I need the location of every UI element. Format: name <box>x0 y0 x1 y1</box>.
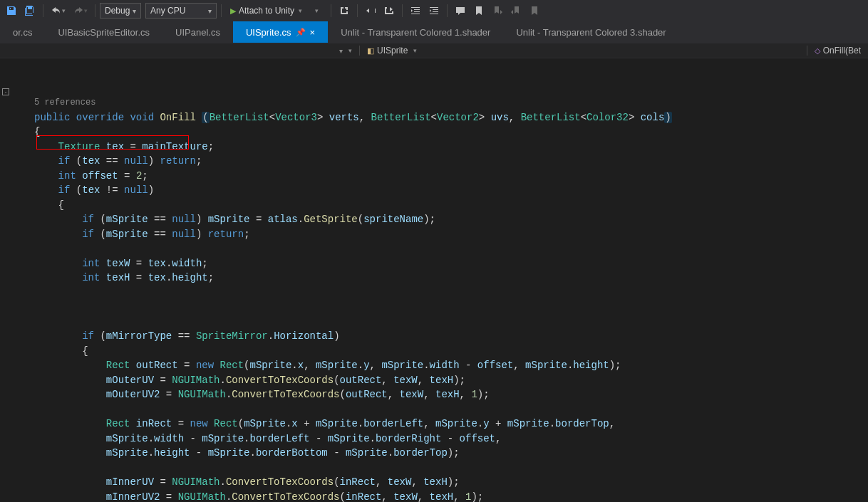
nav-back-icon[interactable] <box>362 2 379 19</box>
bookmark-icon[interactable] <box>470 2 487 19</box>
bookmark-prev-icon[interactable] <box>507 2 525 19</box>
collapse-icon[interactable]: - <box>2 88 9 95</box>
method-icon: ◇ <box>815 46 820 56</box>
config-select[interactable]: Debug <box>100 3 141 19</box>
comment-icon[interactable] <box>452 2 469 19</box>
play-icon: ▶ <box>230 6 236 16</box>
code-editor[interactable]: - 5 references public override void OnFi… <box>0 58 868 502</box>
tab-4[interactable]: Unlit - Transparent Colored 1.shader <box>328 21 503 43</box>
nav-project[interactable]: ▾ <box>0 47 359 55</box>
platform-select[interactable]: Any CPU <box>145 3 217 19</box>
indent-inc-icon[interactable] <box>425 2 443 19</box>
indent-dec-icon[interactable] <box>407 2 424 19</box>
editor-tabs: or.cs UIBasicSpriteEditor.cs UIPanel.cs … <box>0 21 868 43</box>
references-link[interactable]: 5 references <box>34 98 95 108</box>
attach-dropdown-icon[interactable]: ▾ <box>308 2 325 19</box>
tab-2[interactable]: UIPanel.cs <box>162 21 233 43</box>
code-area[interactable]: 5 references public override void OnFill… <box>13 58 868 502</box>
tab-3[interactable]: UISprite.cs 📌 × <box>233 21 328 43</box>
close-icon[interactable]: × <box>310 27 316 38</box>
main-toolbar: ▾ ▾ Debug Any CPU ▶ Attach to Unity ▾ ▾ <box>0 0 868 21</box>
class-icon: ◧ <box>367 46 374 56</box>
undo-icon[interactable]: ▾ <box>48 2 68 19</box>
attach-button[interactable]: ▶ Attach to Unity ▾ <box>226 2 306 19</box>
step-icon-1[interactable] <box>336 2 353 19</box>
tab-0[interactable]: or.cs <box>0 21 45 43</box>
code-nav: ▾ ◧ UISprite ◇ OnFill(Bet <box>0 43 868 58</box>
nav-fwd-icon[interactable] <box>381 2 398 19</box>
nav-method[interactable]: ◇ OnFill(Bet <box>807 46 868 56</box>
redo-icon[interactable]: ▾ <box>70 2 91 19</box>
gutter: - <box>0 58 13 502</box>
bookmark-next-icon[interactable] <box>489 2 506 19</box>
save-all-icon[interactable] <box>21 2 38 19</box>
pin-icon[interactable]: 📌 <box>296 28 306 37</box>
tab-5[interactable]: Unlit - Transparent Colored 3.shader <box>503 21 678 43</box>
tab-1[interactable]: UIBasicSpriteEditor.cs <box>45 21 162 43</box>
nav-class[interactable]: ◧ UISprite <box>360 46 807 56</box>
bookmark-clear-icon[interactable] <box>526 2 543 19</box>
save-icon[interactable] <box>3 2 20 19</box>
